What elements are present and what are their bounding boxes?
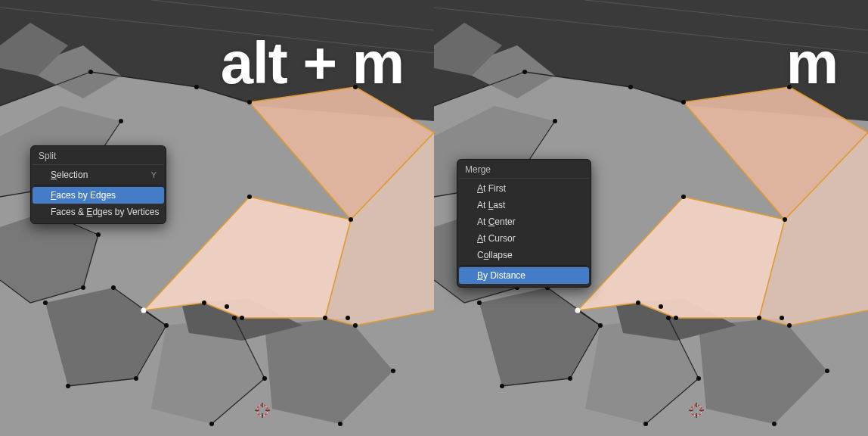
svg-point-66 bbox=[346, 316, 350, 320]
merge-menu-item-at-center[interactable]: At Center bbox=[459, 213, 589, 230]
svg-point-142 bbox=[643, 422, 648, 426]
viewport-left: alt + m Split Selection Y Faces by Edges… bbox=[0, 0, 434, 436]
merge-menu-item-at-cursor[interactable]: At Cursor bbox=[459, 230, 589, 247]
svg-point-129 bbox=[522, 70, 527, 74]
svg-point-45 bbox=[349, 217, 353, 222]
svg-point-143 bbox=[780, 316, 784, 320]
svg-point-65 bbox=[209, 422, 214, 426]
svg-point-138 bbox=[568, 376, 572, 381]
svg-point-60 bbox=[164, 323, 169, 328]
svg-point-49 bbox=[225, 304, 229, 309]
svg-point-61 bbox=[134, 376, 138, 381]
svg-point-147 bbox=[575, 308, 581, 313]
shortcut-label-left: alt + m bbox=[221, 29, 404, 98]
svg-point-120 bbox=[681, 100, 686, 104]
split-menu: Split Selection Y Faces by Edges Faces &… bbox=[30, 145, 166, 224]
svg-point-124 bbox=[757, 316, 761, 320]
merge-menu: Merge At First At Last At Center At Curs… bbox=[457, 159, 591, 288]
svg-point-123 bbox=[681, 195, 686, 199]
merge-menu-item-at-last[interactable]: At Last bbox=[459, 197, 589, 213]
svg-point-48 bbox=[240, 316, 244, 320]
svg-point-68 bbox=[338, 422, 343, 426]
svg-point-135 bbox=[477, 301, 482, 305]
svg-point-144 bbox=[825, 369, 829, 373]
svg-point-69 bbox=[353, 323, 358, 328]
svg-point-122 bbox=[783, 217, 787, 222]
shortcut-label-right: m bbox=[786, 29, 838, 98]
merge-menu-item-collapse[interactable]: Collapse bbox=[459, 247, 589, 263]
svg-point-63 bbox=[232, 316, 237, 320]
split-menu-title: Split bbox=[33, 148, 164, 165]
split-menu-item-faces-edges-by-vertices[interactable]: Faces & Edges by Vertices bbox=[33, 204, 164, 220]
menu-separator bbox=[460, 265, 587, 266]
svg-point-43 bbox=[247, 100, 252, 104]
svg-point-70 bbox=[141, 308, 147, 313]
svg-point-51 bbox=[194, 85, 199, 89]
svg-point-145 bbox=[772, 422, 777, 426]
svg-point-47 bbox=[323, 316, 327, 320]
svg-point-62 bbox=[66, 384, 70, 388]
merge-menu-title: Merge bbox=[459, 161, 589, 179]
svg-point-58 bbox=[43, 301, 48, 305]
svg-point-140 bbox=[666, 316, 671, 320]
svg-point-130 bbox=[553, 119, 557, 123]
svg-point-128 bbox=[628, 85, 633, 89]
svg-point-53 bbox=[119, 119, 123, 123]
split-menu-item-faces-by-edges[interactable]: Faces by Edges bbox=[33, 187, 164, 204]
svg-point-125 bbox=[674, 316, 678, 320]
svg-point-139 bbox=[500, 384, 504, 388]
svg-point-46 bbox=[247, 195, 252, 199]
svg-point-127 bbox=[636, 301, 640, 305]
svg-point-137 bbox=[598, 323, 603, 328]
menu-separator bbox=[34, 185, 163, 185]
svg-point-126 bbox=[659, 304, 663, 309]
svg-point-146 bbox=[787, 323, 792, 328]
svg-point-52 bbox=[88, 70, 93, 74]
split-menu-item-selection[interactable]: Selection Y bbox=[33, 167, 164, 183]
svg-point-59 bbox=[111, 285, 116, 290]
svg-point-64 bbox=[262, 376, 267, 381]
svg-point-57 bbox=[81, 285, 85, 290]
svg-point-141 bbox=[696, 376, 701, 381]
svg-point-56 bbox=[96, 232, 101, 237]
svg-point-67 bbox=[391, 369, 395, 373]
viewport-right: m Merge At First At Last At Center At Cu… bbox=[434, 0, 868, 436]
merge-menu-item-by-distance[interactable]: By Distance bbox=[459, 267, 589, 284]
merge-menu-item-at-first[interactable]: At First bbox=[459, 180, 589, 197]
svg-point-50 bbox=[202, 301, 206, 305]
